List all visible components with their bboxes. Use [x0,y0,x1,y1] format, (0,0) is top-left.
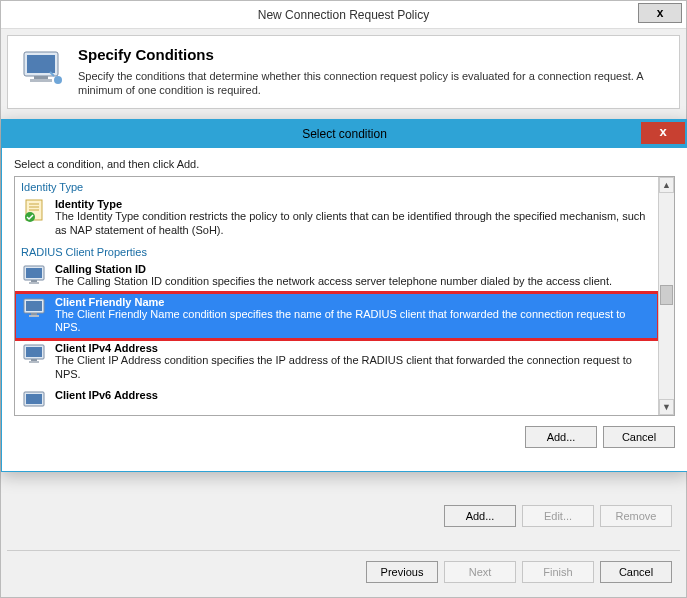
parent-titlebar: New Connection Request Policy x [1,1,686,29]
list-item-text: Client Friendly Name The Client Friendly… [55,296,652,336]
modal-instruction: Select a condition, and then click Add. [14,158,675,170]
list-item-title: Calling Station ID [55,263,612,275]
svg-rect-1 [27,55,55,73]
list-item-client-ipv6-address[interactable]: Client IPv6 Address [15,386,658,416]
footer-divider [7,550,680,551]
parent-window: New Connection Request Policy x Specify … [0,0,687,598]
monitor-icon [21,389,49,415]
finish-button: Finish [522,561,594,583]
list-item-client-ipv4-address[interactable]: Client IPv4 Address The Client IP Addres… [15,339,658,386]
svg-point-4 [54,76,62,84]
svg-rect-14 [29,315,39,317]
condition-list: Identity Type Identity Type The Identity… [14,176,675,416]
svg-rect-12 [26,301,42,311]
svg-rect-9 [31,280,37,282]
next-button: Next [444,561,516,583]
header-section: Specify Conditions Specify the condition… [7,35,680,109]
scroll-up-icon[interactable]: ▲ [659,177,674,193]
list-item-title: Client Friendly Name [55,296,652,308]
modal-body: Select a condition, and then click Add. … [2,148,687,458]
parent-edit-button: Edit... [522,505,594,527]
monitor-network-icon [20,46,68,94]
parent-title: New Connection Request Policy [258,8,429,22]
modal-close-button[interactable]: x [641,122,685,144]
list-item-identity-type[interactable]: Identity Type The Identity Type conditio… [15,195,658,242]
group-header: Identity Type [15,177,658,195]
select-condition-dialog: Select condition x Select a condition, a… [1,119,687,472]
parent-remove-button: Remove [600,505,672,527]
parent-close-button[interactable]: x [638,3,682,23]
svg-rect-3 [30,79,52,82]
modal-add-button[interactable]: Add... [525,426,597,448]
modal-buttons: Add... Cancel [14,426,675,448]
header-text: Specify Conditions Specify the condition… [78,46,667,98]
list-item-desc: The Client Friendly Name condition speci… [55,308,652,336]
svg-rect-13 [31,313,37,315]
list-item-text: Calling Station ID The Calling Station I… [55,263,612,289]
condition-list-content: Identity Type Identity Type The Identity… [15,177,658,415]
document-check-icon [21,198,49,224]
modal-titlebar: Select condition x [2,120,687,148]
list-item-text: Identity Type The Identity Type conditio… [55,198,652,238]
list-item-client-friendly-name[interactable]: Client Friendly Name The Client Friendly… [15,293,658,340]
svg-rect-18 [29,361,39,363]
parent-condition-buttons: Add... Edit... Remove [444,505,672,527]
header-description: Specify the conditions that determine wh… [78,69,667,98]
svg-rect-2 [34,76,48,79]
scroll-down-icon[interactable]: ▼ [659,399,674,415]
header-heading: Specify Conditions [78,46,667,63]
list-item-desc: The Identity Type condition restricts th… [55,210,652,238]
svg-rect-8 [26,268,42,278]
svg-rect-10 [29,282,39,284]
list-item-desc: The Calling Station ID condition specifi… [55,275,612,289]
monitor-icon [21,296,49,322]
list-item-text: Client IPv6 Address [55,389,158,415]
modal-cancel-button[interactable]: Cancel [603,426,675,448]
list-item-title: Client IPv4 Address [55,342,652,354]
list-scrollbar[interactable]: ▲ ▼ [658,177,674,415]
parent-add-button[interactable]: Add... [444,505,516,527]
scroll-thumb[interactable] [660,285,673,305]
list-item-calling-station-id[interactable]: Calling Station ID The Calling Station I… [15,260,658,293]
cancel-button[interactable]: Cancel [600,561,672,583]
list-item-desc: The Client IP Address condition specifie… [55,354,652,382]
list-item-text: Client IPv4 Address The Client IP Addres… [55,342,652,382]
monitor-icon [21,342,49,368]
group-header: RADIUS Client Properties [15,242,658,260]
wizard-footer-buttons: Previous Next Finish Cancel [366,561,672,583]
list-item-title: Identity Type [55,198,652,210]
svg-rect-20 [26,394,42,404]
list-item-title: Client IPv6 Address [55,389,158,401]
monitor-icon [21,263,49,289]
modal-title: Select condition [302,127,387,141]
previous-button[interactable]: Previous [366,561,438,583]
svg-rect-16 [26,347,42,357]
svg-rect-17 [31,359,37,361]
